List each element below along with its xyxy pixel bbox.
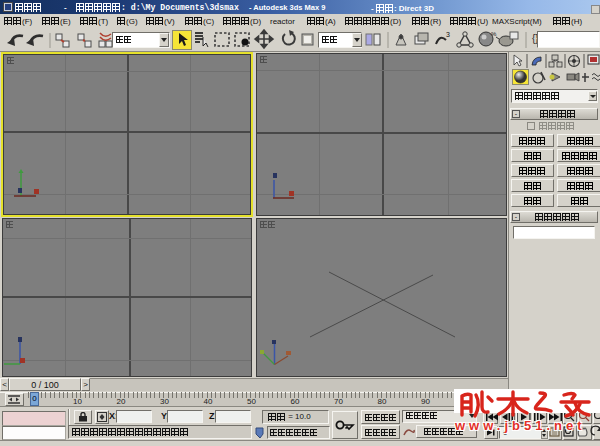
svg-text:3: 3 [446,31,450,38]
svg-text:%: % [491,31,497,37]
